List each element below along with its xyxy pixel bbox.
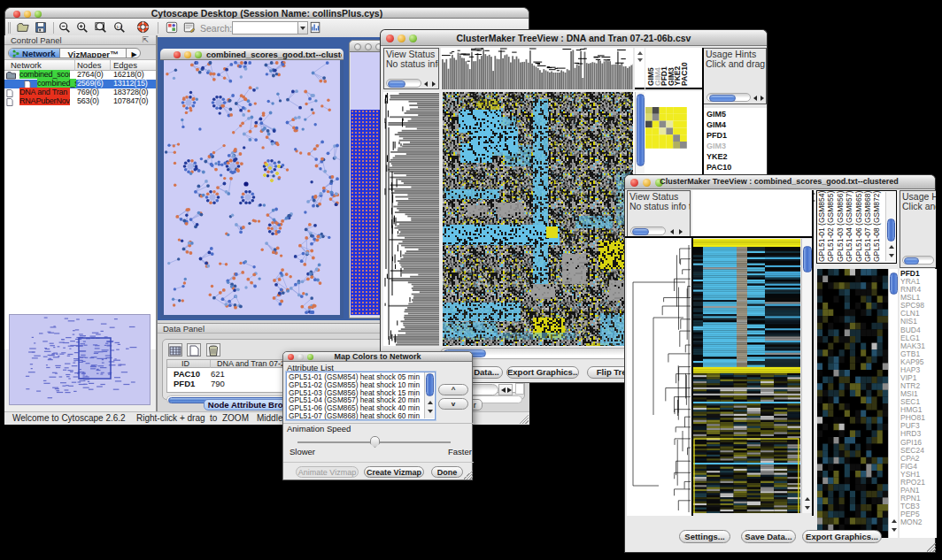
svg-text:1:1: 1:1	[117, 25, 123, 29]
